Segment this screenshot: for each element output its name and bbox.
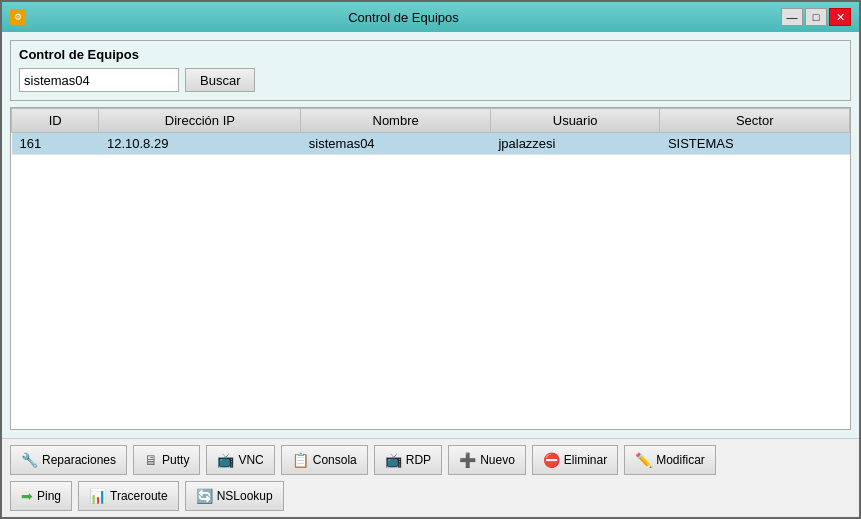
consola-label: Consola: [313, 453, 357, 467]
group-box: Control de Equipos Buscar: [10, 40, 851, 101]
consola-button[interactable]: 📋 Consola: [281, 445, 368, 475]
window-icon: ⚙: [10, 9, 26, 25]
rdp-label: RDP: [406, 453, 431, 467]
table-body: 161 12.10.8.29 sistemas04 jpalazzesi SIS…: [12, 133, 850, 155]
modificar-label: Modificar: [656, 453, 705, 467]
rdp-icon: 📺: [385, 453, 402, 467]
title-bar-controls: — □ ✕: [781, 8, 851, 26]
nuevo-label: Nuevo: [480, 453, 515, 467]
ping-icon: ➡: [21, 489, 33, 503]
table-row[interactable]: 161 12.10.8.29 sistemas04 jpalazzesi SIS…: [12, 133, 850, 155]
console-icon: 📋: [292, 453, 309, 467]
search-input[interactable]: [19, 68, 179, 92]
cell-sector: SISTEMAS: [660, 133, 850, 155]
eliminar-button[interactable]: ⛔ Eliminar: [532, 445, 618, 475]
nuevo-button[interactable]: ➕ Nuevo: [448, 445, 526, 475]
traceroute-label: Traceroute: [110, 489, 168, 503]
nslookup-icon: 🔄: [196, 489, 213, 503]
button-row-2: ➡ Ping 📊 Traceroute 🔄 NSLookup: [10, 481, 851, 511]
vnc-label: VNC: [238, 453, 263, 467]
reparaciones-label: Reparaciones: [42, 453, 116, 467]
window-title: Control de Equipos: [26, 10, 781, 25]
col-header-id: ID: [12, 109, 99, 133]
putty-label: Putty: [162, 453, 189, 467]
new-icon: ➕: [459, 453, 476, 467]
search-row: Buscar: [19, 68, 842, 92]
table-header-row: ID Dirección IP Nombre Usuario Sector: [12, 109, 850, 133]
traceroute-icon: 📊: [89, 489, 106, 503]
button-row-1: 🔧 Reparaciones 🖥 Putty 📺 VNC 📋 Consola 📺…: [10, 445, 851, 475]
wrench-icon: 🔧: [21, 453, 38, 467]
content-area: Control de Equipos Buscar ID Dirección I…: [2, 32, 859, 438]
col-header-user: Usuario: [490, 109, 659, 133]
traceroute-button[interactable]: 📊 Traceroute: [78, 481, 179, 511]
maximize-button[interactable]: □: [805, 8, 827, 26]
nslookup-button[interactable]: 🔄 NSLookup: [185, 481, 284, 511]
modificar-button[interactable]: ✏️ Modificar: [624, 445, 716, 475]
col-header-sector: Sector: [660, 109, 850, 133]
eliminar-label: Eliminar: [564, 453, 607, 467]
cell-id: 161: [12, 133, 99, 155]
reparaciones-button[interactable]: 🔧 Reparaciones: [10, 445, 127, 475]
putty-button[interactable]: 🖥 Putty: [133, 445, 200, 475]
vnc-icon: 📺: [217, 453, 234, 467]
col-header-ip: Dirección IP: [99, 109, 301, 133]
title-bar: ⚙ Control de Equipos — □ ✕: [2, 2, 859, 32]
data-table: ID Dirección IP Nombre Usuario Sector 16…: [11, 108, 850, 155]
close-button[interactable]: ✕: [829, 8, 851, 26]
main-window: ⚙ Control de Equipos — □ ✕ Control de Eq…: [0, 0, 861, 519]
buscar-button[interactable]: Buscar: [185, 68, 255, 92]
cell-ip: 12.10.8.29: [99, 133, 301, 155]
ping-label: Ping: [37, 489, 61, 503]
cell-name: sistemas04: [301, 133, 491, 155]
rdp-button[interactable]: 📺 RDP: [374, 445, 442, 475]
data-table-container: ID Dirección IP Nombre Usuario Sector 16…: [10, 107, 851, 430]
ping-button[interactable]: ➡ Ping: [10, 481, 72, 511]
vnc-button[interactable]: 📺 VNC: [206, 445, 274, 475]
minimize-button[interactable]: —: [781, 8, 803, 26]
delete-icon: ⛔: [543, 453, 560, 467]
cell-user: jpalazzesi: [490, 133, 659, 155]
nslookup-label: NSLookup: [217, 489, 273, 503]
group-label: Control de Equipos: [19, 47, 842, 62]
modify-icon: ✏️: [635, 453, 652, 467]
col-header-name: Nombre: [301, 109, 491, 133]
putty-icon: 🖥: [144, 453, 158, 467]
bottom-bar: 🔧 Reparaciones 🖥 Putty 📺 VNC 📋 Consola 📺…: [2, 438, 859, 517]
